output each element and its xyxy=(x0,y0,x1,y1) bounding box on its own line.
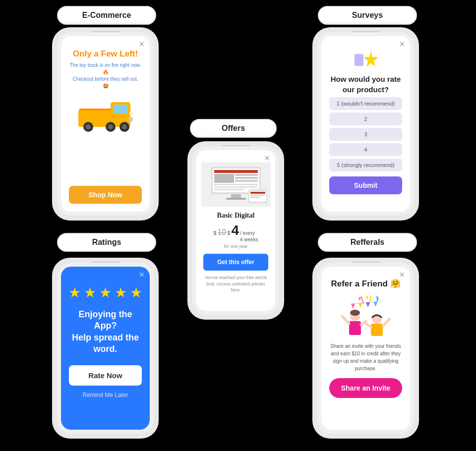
svg-rect-36 xyxy=(214,174,234,183)
svg-rect-30 xyxy=(371,324,383,336)
referrals-popup: ✕ Refer a Friend 🤗 xyxy=(321,267,410,430)
svg-rect-39 xyxy=(235,180,258,182)
svg-point-7 xyxy=(108,124,113,129)
svg-line-15 xyxy=(370,295,371,303)
rating-option-4[interactable]: 4 xyxy=(329,143,402,156)
svg-line-26 xyxy=(342,316,349,324)
popup-title: Only a Few Left! xyxy=(73,49,138,59)
svg-point-9 xyxy=(122,124,127,129)
svg-point-11 xyxy=(129,112,133,115)
close-icon-referrals[interactable]: ✕ xyxy=(399,271,405,279)
rating-option-5[interactable]: 5 (strongly recommend) xyxy=(329,159,402,171)
svg-marker-18 xyxy=(358,297,361,301)
svg-rect-40 xyxy=(214,184,258,185)
svg-line-31 xyxy=(383,319,390,326)
svg-rect-49 xyxy=(250,197,260,198)
rate-now-button[interactable]: Rate Now xyxy=(69,365,142,386)
popup-subtitle: The toy truck is on fire right now. 🔥Che… xyxy=(69,62,142,90)
referral-illustration xyxy=(336,294,396,334)
offers-image xyxy=(201,162,271,207)
svg-line-32 xyxy=(366,324,371,327)
svg-rect-48 xyxy=(250,195,265,196)
svg-marker-20 xyxy=(351,304,355,309)
close-icon[interactable]: ✕ xyxy=(139,40,145,48)
svg-rect-10 xyxy=(79,109,112,111)
svg-marker-23 xyxy=(373,302,377,307)
stars-display: ★ ★ ★ ★ ★ xyxy=(68,284,142,301)
svg-rect-2 xyxy=(113,105,128,113)
svg-rect-12 xyxy=(355,54,363,66)
svg-point-5 xyxy=(86,124,91,129)
svg-marker-22 xyxy=(366,302,370,307)
price-period: for one year xyxy=(224,244,247,249)
close-icon-surveys[interactable]: ✕ xyxy=(399,40,405,48)
refer-title: Refer a Friend 🤗 xyxy=(331,279,400,289)
svg-marker-21 xyxy=(358,303,362,308)
price-display: $ 10 $ 4 / every4 weeks xyxy=(213,223,258,243)
ratings-label: Ratings xyxy=(57,233,156,252)
offers-popup: ✕ xyxy=(196,150,275,311)
svg-rect-42 xyxy=(214,189,244,190)
offers-footer: You've reached your free article limit. … xyxy=(203,275,268,293)
close-icon-ratings[interactable]: ✕ xyxy=(139,271,145,279)
svg-marker-13 xyxy=(363,51,378,67)
referrals-label: Refferals xyxy=(318,233,417,252)
svg-point-28 xyxy=(350,310,360,316)
svg-marker-17 xyxy=(366,296,368,300)
ecommerce-popup: ✕ Only a Few Left! The toy truck is on f… xyxy=(61,36,150,212)
svg-rect-35 xyxy=(214,170,258,173)
surveys-popup: ✕ How would you rate our product? 1 (wou… xyxy=(321,36,410,212)
svg-rect-3 xyxy=(129,117,133,122)
survey-submit-button[interactable]: Submit xyxy=(329,176,402,194)
offers-product-title: Basic Digital xyxy=(217,212,255,220)
close-icon-offers[interactable]: ✕ xyxy=(264,154,270,162)
toy-truck-image xyxy=(73,95,138,134)
share-invite-button[interactable]: Share an Invite xyxy=(329,378,402,398)
survey-star-icon xyxy=(354,50,378,70)
svg-rect-41 xyxy=(214,186,258,188)
svg-rect-38 xyxy=(235,177,258,179)
svg-rect-47 xyxy=(250,192,265,194)
rating-option-2[interactable]: 2 xyxy=(329,113,402,125)
survey-question: How would you rate our product? xyxy=(329,74,402,95)
ratings-title: Enjoying the App?Help spread the word. xyxy=(69,309,142,355)
svg-rect-44 xyxy=(226,198,246,200)
surveys-label: Surveys xyxy=(318,6,417,25)
get-offer-button[interactable]: Get this offer xyxy=(203,254,268,271)
svg-rect-37 xyxy=(235,174,258,176)
refer-description: Share an invite with your friends and ea… xyxy=(329,342,402,372)
ecommerce-label: E-Commerce xyxy=(57,6,156,25)
svg-rect-25 xyxy=(349,321,361,335)
offers-label: Offers xyxy=(190,119,277,138)
shop-now-button[interactable]: Shop Now xyxy=(69,186,142,204)
ratings-popup: ✕ ★ ★ ★ ★ ★ Enjoying the App?Help spread… xyxy=(61,267,150,430)
rating-option-3[interactable]: 3 xyxy=(329,128,402,141)
svg-rect-43 xyxy=(231,194,241,198)
rating-option-1[interactable]: 1 (wouldn't recommend) xyxy=(329,97,402,110)
remind-later-link[interactable]: Remind Me Later xyxy=(82,392,128,398)
